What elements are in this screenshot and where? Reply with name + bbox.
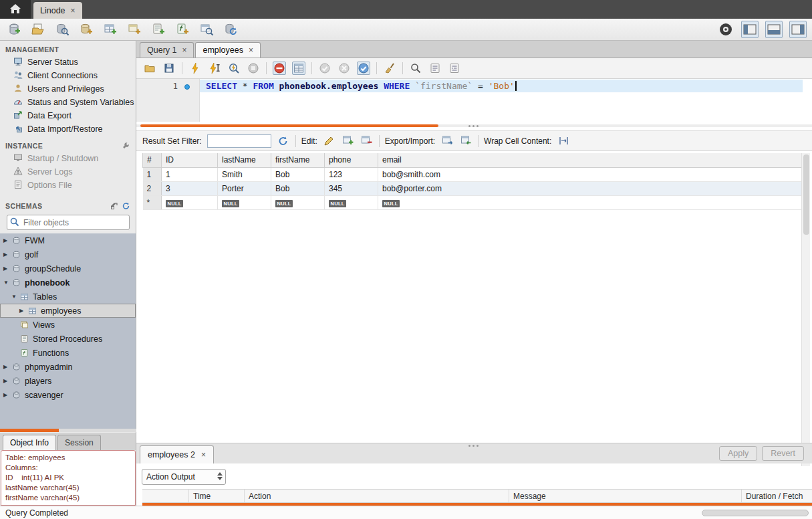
- close-icon[interactable]: ×: [71, 7, 76, 15]
- cell[interactable]: Smith: [218, 167, 271, 181]
- refresh-icon[interactable]: [277, 134, 290, 148]
- create-view-icon[interactable]: [126, 21, 143, 38]
- stop-query-icon[interactable]: [247, 62, 260, 75]
- close-icon[interactable]: ×: [249, 46, 253, 54]
- reconnect-dbms-icon[interactable]: [222, 21, 239, 38]
- schema-players[interactable]: ▶ players: [0, 374, 136, 388]
- sidebar-item-client-connections[interactable]: Client Connections: [0, 69, 136, 82]
- output-type-select[interactable]: Action Output: [142, 469, 226, 485]
- output-col-time[interactable]: Time: [189, 490, 245, 502]
- import-records-icon[interactable]: [459, 134, 472, 148]
- tree-node-employees[interactable]: ▶ employees: [0, 304, 136, 318]
- sidebar-item-server-logs[interactable]: Server Logs: [0, 165, 136, 179]
- insert-row-icon[interactable]: [342, 134, 355, 148]
- toggle-invisible-characters-icon[interactable]: [428, 62, 442, 75]
- grid-row-2[interactable]: 2 3 Porter Bob 345 bob@porter.com: [143, 181, 802, 195]
- expand-schemas-icon[interactable]: [110, 201, 119, 211]
- sidebar-item-data-export[interactable]: Data Export: [0, 109, 136, 122]
- save-icon[interactable]: [162, 62, 176, 75]
- schema-phpmyadmin[interactable]: ▶ phpmyadmin: [0, 360, 136, 374]
- create-table-icon[interactable]: [102, 21, 119, 38]
- cell[interactable]: Porter: [218, 181, 271, 195]
- find-icon[interactable]: [409, 62, 422, 75]
- col-header-firstname[interactable]: firstName: [271, 153, 325, 167]
- cell[interactable]: 3: [162, 181, 218, 195]
- null-badge[interactable]: NULL: [222, 200, 239, 207]
- col-header-phone[interactable]: phone: [325, 153, 378, 167]
- refresh-schemas-icon[interactable]: [122, 201, 130, 211]
- close-icon[interactable]: ×: [182, 46, 186, 54]
- tab-session[interactable]: Session: [57, 435, 101, 450]
- cell[interactable]: 345: [325, 181, 378, 195]
- col-header-email[interactable]: email: [378, 153, 802, 167]
- grid-new-row[interactable]: * NULL NULL NULL NULL NULL: [143, 195, 802, 209]
- schema-scavenger[interactable]: ▶ scavenger: [0, 388, 136, 402]
- expander-icon[interactable]: ▶: [3, 378, 12, 384]
- expander-icon[interactable]: ▶: [3, 364, 12, 370]
- editor-result-splitter[interactable]: [136, 122, 812, 130]
- new-connection-icon[interactable]: [5, 21, 23, 38]
- sidebar-item-users-privileges[interactable]: Users and Privileges: [0, 82, 136, 96]
- expander-icon[interactable]: ▶: [3, 266, 12, 272]
- editor-hscrollbar[interactable]: [140, 124, 438, 127]
- expander-icon[interactable]: ▶: [19, 308, 28, 314]
- splitter-grip[interactable]: [468, 125, 479, 127]
- expander-icon[interactable]: ▶: [3, 392, 12, 398]
- indent-icon[interactable]: [448, 62, 461, 75]
- tree-node-functions[interactable]: Functions: [0, 346, 136, 360]
- schema-groupschedule[interactable]: ▶ groupSchedule: [0, 262, 136, 276]
- open-file-icon[interactable]: [143, 62, 156, 75]
- tab-result-employees-2[interactable]: employees 2 ×: [140, 445, 214, 463]
- splitter-grip[interactable]: [468, 445, 479, 447]
- home-button[interactable]: [0, 0, 31, 19]
- select-spinner-icon[interactable]: [217, 472, 223, 480]
- result-filter-input[interactable]: [207, 134, 271, 148]
- schema-fwm[interactable]: ▶ FWM: [0, 233, 136, 247]
- cell[interactable]: 123: [325, 167, 378, 181]
- expander-icon[interactable]: ▶: [3, 251, 12, 257]
- expander-icon[interactable]: ▼: [3, 280, 12, 286]
- cell[interactable]: bob@smith.com: [378, 167, 802, 181]
- cell[interactable]: 1: [162, 167, 218, 181]
- expander-icon[interactable]: ▼: [11, 294, 20, 300]
- explain-query-icon[interactable]: [227, 62, 241, 75]
- workbench-activity-icon[interactable]: [717, 21, 734, 38]
- instance-config-icon[interactable]: [122, 141, 130, 151]
- create-function-icon[interactable]: [174, 21, 191, 38]
- execute-current-statement-icon[interactable]: [208, 62, 221, 75]
- output-col-message[interactable]: Message: [509, 490, 742, 502]
- status-bar-scrollbar[interactable]: [702, 510, 809, 516]
- schema-golf[interactable]: ▶ golf: [0, 247, 136, 262]
- output-col-action[interactable]: Action: [245, 490, 509, 502]
- connection-tab[interactable]: Linode ×: [33, 2, 82, 19]
- open-sql-script-icon[interactable]: [29, 21, 47, 38]
- cell[interactable]: bob@porter.com: [378, 181, 802, 195]
- commit-icon[interactable]: [318, 62, 331, 75]
- col-header-lastname[interactable]: lastName: [218, 153, 271, 167]
- sidebar-item-startup-shutdown[interactable]: Startup / Shutdown: [0, 152, 136, 165]
- tab-employees[interactable]: employees ×: [195, 42, 260, 58]
- cell[interactable]: Bob: [271, 167, 325, 181]
- sidebar-item-status-system-variables[interactable]: Status and System Variables: [0, 96, 136, 109]
- tree-node-tables[interactable]: ▼ Tables: [0, 290, 136, 304]
- tab-object-info[interactable]: Object Info: [3, 435, 56, 450]
- schema-phonebook[interactable]: ▼ phonebook: [0, 276, 136, 290]
- schema-inspector-icon[interactable]: [53, 21, 71, 38]
- grid-row-1[interactable]: 1 1 Smith Bob 123 bob@smith.com: [143, 167, 802, 181]
- tree-node-stored-procedures[interactable]: Stored Procedures: [0, 332, 136, 346]
- toggle-autocommit-icon[interactable]: [357, 62, 370, 75]
- tab-query-1[interactable]: Query 1 ×: [140, 42, 194, 58]
- null-badge[interactable]: NULL: [382, 200, 400, 207]
- revert-button[interactable]: Revert: [762, 446, 804, 461]
- null-badge[interactable]: NULL: [166, 200, 183, 207]
- sql-editor[interactable]: 1 SELECT * FROM phonebook.employees WHER…: [136, 79, 812, 122]
- clear-query-icon[interactable]: [383, 62, 396, 75]
- create-procedure-icon[interactable]: [150, 21, 167, 38]
- col-header-id[interactable]: ID: [162, 153, 218, 167]
- toggle-right-sidebar-icon[interactable]: [789, 21, 807, 38]
- execute-query-icon[interactable]: [188, 62, 202, 75]
- create-schema-icon[interactable]: [78, 21, 95, 38]
- export-recordset-icon[interactable]: [440, 134, 454, 148]
- col-header-rownum[interactable]: #: [143, 153, 162, 167]
- toggle-stop-on-error-icon[interactable]: [273, 62, 286, 75]
